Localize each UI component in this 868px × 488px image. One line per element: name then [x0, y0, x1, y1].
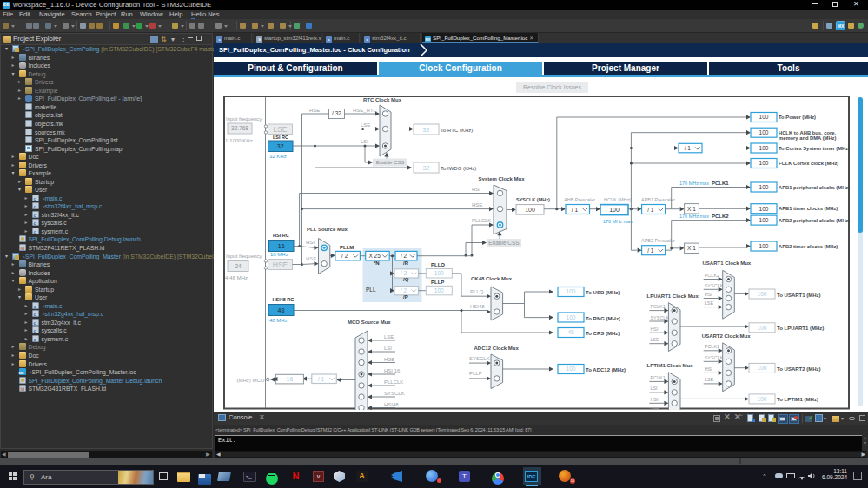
svg-text:To Cortex System timer (MHz): To Cortex System timer (MHz) — [779, 146, 850, 151]
svg-text:HSE: HSE — [472, 202, 482, 208]
svg-text:100: 100 — [759, 160, 769, 166]
svg-text:100: 100 — [759, 114, 769, 120]
svg-text:HSE: HSE — [306, 256, 316, 261]
svg-text:32.768: 32.768 — [231, 125, 248, 131]
svg-text:HSE: HSE — [309, 108, 320, 113]
svg-text:SYSCLK: SYSCLK — [650, 315, 669, 320]
svg-text:32 KHz: 32 KHz — [269, 154, 287, 159]
svg-text:HSI: HSI — [705, 292, 713, 297]
svg-text:SYSCLK: SYSCLK — [705, 355, 724, 360]
svg-text:ADC12 Clock Mux: ADC12 Clock Mux — [474, 346, 520, 351]
svg-text:/P: /P — [403, 294, 408, 300]
svg-text:HSI48: HSI48 — [470, 304, 485, 309]
svg-text:/ 2: / 2 — [401, 270, 407, 276]
svg-text:HSI48: HSI48 — [384, 402, 399, 407]
svg-text:Enable CSS: Enable CSS — [488, 240, 520, 246]
svg-text:PLLP: PLLP — [469, 371, 482, 376]
svg-text:100: 100 — [434, 270, 444, 276]
svg-text:100: 100 — [758, 396, 767, 402]
svg-text:HSI: HSI — [650, 326, 659, 332]
svg-text:100: 100 — [434, 287, 444, 293]
svg-text:LSE: LSE — [384, 334, 394, 340]
svg-text:/ 1: / 1 — [647, 207, 654, 213]
svg-text:PLL Source Mux: PLL Source Mux — [307, 227, 348, 232]
svg-text:SYSCLK: SYSCLK — [384, 391, 405, 396]
svg-text:32: 32 — [423, 165, 430, 171]
svg-text:/ 1: / 1 — [318, 376, 325, 382]
svg-text:RTC Clock Mux: RTC Clock Mux — [363, 97, 402, 102]
svg-text:To USART2 (MHz): To USART2 (MHz) — [777, 366, 821, 372]
svg-text:/ 1: / 1 — [647, 247, 654, 254]
svg-text:1-1000 KHz: 1-1000 KHz — [225, 138, 253, 143]
svg-text:32: 32 — [423, 127, 430, 133]
svg-text:PCLK1: PCLK1 — [650, 375, 665, 380]
svg-text:Input frequency: Input frequency — [226, 116, 262, 122]
svg-text:To USB (MHz): To USB (MHz) — [586, 290, 620, 295]
svg-text:System Clock Mux: System Clock Mux — [478, 176, 525, 181]
svg-text:APB1 timer clocks (MHz): APB1 timer clocks (MHz) — [779, 206, 838, 211]
svg-text:170 MHz max: 170 MHz max — [603, 219, 633, 224]
svg-text:PLL: PLL — [366, 287, 376, 293]
svg-text:32: 32 — [277, 143, 284, 149]
svg-text:LPUART1 Clock Mux: LPUART1 Clock Mux — [647, 293, 699, 299]
svg-text:/R: /R — [403, 260, 409, 266]
svg-text:PCLK2: PCLK2 — [712, 214, 729, 219]
svg-text:/ 2: / 2 — [341, 253, 348, 259]
svg-text:/Q: /Q — [403, 277, 409, 282]
svg-text:100: 100 — [758, 291, 767, 297]
svg-text:100: 100 — [567, 314, 576, 320]
svg-text:APB1 peripheral clocks (MHz): APB1 peripheral clocks (MHz) — [779, 185, 850, 190]
svg-text:100: 100 — [567, 288, 576, 294]
svg-text:48: 48 — [278, 307, 285, 313]
svg-text:To LPTIM1 (MHz): To LPTIM1 (MHz) — [777, 397, 818, 402]
svg-text:To Power (MHz): To Power (MHz) — [779, 115, 816, 120]
svg-text:HSI RC: HSI RC — [273, 233, 289, 238]
svg-text:100: 100 — [609, 207, 620, 213]
svg-text:100: 100 — [759, 184, 769, 190]
svg-text:/ 1: / 1 — [685, 145, 692, 151]
svg-text:LSE: LSE — [361, 122, 370, 128]
svg-text:100: 100 — [759, 217, 769, 223]
svg-text:170 MHz max: 170 MHz max — [679, 181, 709, 186]
svg-text:HSI48 RC: HSI48 RC — [273, 297, 295, 302]
svg-text:CK48 Clock Mux: CK48 Clock Mux — [471, 276, 513, 281]
svg-text:PLLQ: PLLQ — [431, 262, 445, 267]
svg-text:USART2 Clock Mux: USART2 Clock Mux — [702, 333, 751, 339]
svg-text:100: 100 — [759, 145, 769, 151]
svg-text:PLLCLK: PLLCLK — [472, 218, 491, 223]
svg-text:100: 100 — [759, 206, 769, 212]
svg-text:LSE: LSE — [650, 337, 659, 342]
svg-text:48 MHz: 48 MHz — [269, 318, 288, 323]
svg-text:HSI: HSI — [472, 187, 480, 192]
svg-text:/ 1: / 1 — [572, 207, 579, 213]
svg-text:4-48 MHz: 4-48 MHz — [225, 275, 248, 280]
svg-text:LSI RC: LSI RC — [273, 135, 288, 140]
svg-text:LSI: LSI — [384, 346, 392, 351]
svg-text:(MHz) MCO: (MHz) MCO — [237, 378, 265, 383]
svg-text:PLLM: PLLM — [340, 245, 354, 250]
svg-text:APB1 Prescaler: APB1 Prescaler — [641, 197, 675, 202]
svg-text:PCLK2: PCLK2 — [705, 273, 719, 278]
svg-text:PCLK1: PCLK1 — [712, 181, 729, 186]
svg-text:To USART1 (MHz): To USART1 (MHz) — [777, 293, 821, 298]
svg-text:16: 16 — [287, 376, 294, 382]
svg-text:/ 2: / 2 — [401, 253, 407, 259]
svg-text:X 1: X 1 — [687, 245, 696, 251]
svg-text:HSE: HSE — [273, 260, 288, 269]
svg-text:100: 100 — [525, 207, 535, 213]
svg-text:LSE: LSE — [705, 300, 714, 306]
svg-text:To CRS (MHz): To CRS (MHz) — [586, 331, 620, 336]
svg-text:memory and DMA (MHz): memory and DMA (MHz) — [779, 135, 837, 141]
svg-text:APB2 timer clocks (MHz): APB2 timer clocks (MHz) — [779, 244, 838, 249]
svg-text:SYSCLK: SYSCLK — [469, 356, 490, 361]
svg-text:*N: *N — [374, 260, 380, 266]
svg-text:To ADC12 (MHz): To ADC12 (MHz) — [586, 367, 626, 373]
svg-text:LSI: LSI — [650, 386, 658, 391]
svg-text:170 MHz max: 170 MHz max — [679, 214, 709, 219]
svg-text:/ 2: / 2 — [401, 287, 407, 293]
svg-text:APB2 peripheral clocks (MHz): APB2 peripheral clocks (MHz) — [779, 218, 850, 223]
svg-text:HSI: HSI — [306, 240, 315, 245]
svg-text:Enable CSS: Enable CSS — [376, 160, 405, 165]
svg-text:LSI: LSI — [361, 139, 368, 144]
svg-text:16 MHz: 16 MHz — [270, 252, 288, 257]
